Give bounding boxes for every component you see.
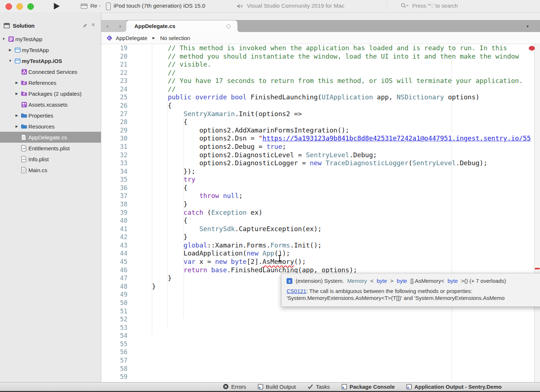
code-line-24[interactable]: //	[136, 85, 531, 94]
code-line-42[interactable]: }	[136, 233, 531, 241]
line-number[interactable]: 41	[101, 225, 127, 233]
disclosure-down-icon[interactable]: ▼	[1, 37, 7, 41]
line-number[interactable]: 44	[101, 249, 127, 258]
disclosure-right-icon[interactable]: ▶	[14, 124, 20, 128]
code-line-51[interactable]	[136, 307, 531, 316]
line-number[interactable]: 48	[101, 282, 127, 291]
line-number[interactable]: 52	[101, 315, 127, 324]
pin-pad-icon[interactable]	[82, 23, 87, 29]
tree-item-mytestapp[interactable]: ▶myTestApp	[0, 44, 101, 55]
code-line-34[interactable]: });	[136, 167, 531, 176]
line-number[interactable]: 36	[101, 184, 127, 192]
tab-modified-indicator[interactable]	[226, 24, 230, 28]
line-number[interactable]: 37	[101, 192, 127, 200]
tree-item-info-plist[interactable]: Info.plist	[0, 154, 101, 165]
code-line-19[interactable]: // This method is invoked when the appli…	[136, 44, 531, 52]
line-number[interactable]: 31	[101, 143, 127, 151]
line-number[interactable]: 34	[101, 167, 127, 176]
code-line-22[interactable]: //	[136, 69, 531, 77]
code-line-23[interactable]: // You have 17 seconds to return from th…	[136, 77, 531, 85]
code-content[interactable]: // This method is invoked when the appli…	[136, 44, 531, 381]
disclosure-right-icon[interactable]: ▶	[14, 81, 20, 84]
code-line-25[interactable]: public override bool FinishedLaunching(U…	[136, 93, 531, 102]
line-number[interactable]: 45	[101, 258, 127, 266]
code-line-30[interactable]: options2.Dsn = "https://5a193123a9b841bc…	[136, 134, 531, 143]
code-line-20[interactable]: // method you should instantiate the win…	[136, 52, 531, 61]
line-number[interactable]: 43	[101, 241, 127, 250]
line-number[interactable]: 28	[101, 118, 127, 126]
search-field[interactable]: Press '^,' to search	[401, 3, 458, 9]
code-line-35[interactable]: try	[136, 175, 531, 184]
line-number[interactable]: 35	[101, 175, 127, 184]
line-number[interactable]: 19	[101, 44, 127, 52]
code-line-27[interactable]: SentryXamarin.Init(options2 =>	[136, 110, 531, 118]
statusbar-package-console[interactable]: Package Console	[342, 384, 395, 390]
code-line-26[interactable]: {	[136, 102, 531, 110]
code-line-41[interactable]: SentrySdk.CaptureException(ex);	[136, 225, 531, 233]
vertical-scrollbar[interactable]	[534, 44, 540, 382]
tree-item-connected-services[interactable]: Connected Services	[0, 66, 101, 77]
code-line-55[interactable]	[136, 340, 531, 348]
line-number[interactable]: 25	[101, 93, 127, 102]
line-number[interactable]: 58	[101, 365, 127, 373]
tree-item-references[interactable]: ▶References	[0, 77, 101, 88]
line-number[interactable]: 53	[101, 324, 127, 332]
line-number[interactable]: 46	[101, 266, 127, 274]
line-number[interactable]: 33	[101, 159, 127, 167]
code-line-38[interactable]: }	[136, 200, 531, 209]
run-button[interactable]	[54, 3, 60, 9]
disclosure-down-icon[interactable]: ▼	[7, 59, 13, 63]
statusbar-errors[interactable]: Errors	[223, 384, 246, 390]
line-number[interactable]: 27	[101, 110, 127, 118]
tree-item-appdelegate-cs[interactable]: {}AppDelegate.cs	[0, 132, 101, 143]
code-line-28[interactable]: {	[136, 118, 531, 126]
code-line-43[interactable]: global::Xamarin.Forms.Forms.Init();	[136, 241, 531, 250]
line-number[interactable]: 38	[101, 200, 127, 209]
line-number[interactable]: 42	[101, 233, 127, 241]
code-line-58[interactable]	[136, 365, 531, 373]
tree-item-mytestapp-ios[interactable]: ▼myTestApp.iOS	[0, 55, 101, 66]
error-code-link[interactable]: CS0121	[287, 288, 306, 294]
code-line-33[interactable]: options2.DiagnosticLogger = new TraceDia…	[136, 159, 531, 167]
code-line-52[interactable]	[136, 315, 531, 324]
code-line-36[interactable]: {	[136, 184, 531, 192]
code-line-31[interactable]: options2.Debug = true;	[136, 143, 531, 151]
line-number[interactable]: 59	[101, 373, 127, 381]
close-window-button[interactable]	[5, 3, 12, 10]
line-number[interactable]: 26	[101, 102, 127, 110]
line-number[interactable]: 51	[101, 307, 127, 316]
code-line-39[interactable]: catch (Exception ex)	[136, 209, 531, 217]
navigate-back-icon[interactable]: ‹	[106, 23, 109, 30]
notifications-muted-icon[interactable]	[237, 3, 244, 11]
code-line-57[interactable]	[136, 356, 531, 365]
line-number[interactable]: 29	[101, 126, 127, 135]
breadcrumb-class[interactable]: AppDelegate	[116, 35, 147, 41]
tree-item-resources[interactable]: ▶Resources	[0, 121, 101, 132]
disclosure-right-icon[interactable]: ▶	[7, 48, 13, 52]
line-number[interactable]: 54	[101, 332, 127, 340]
code-line-29[interactable]: options2.AddXamarinFormsIntegration();	[136, 126, 531, 135]
zoom-window-button[interactable]	[27, 3, 34, 10]
line-number[interactable]: 49	[101, 290, 127, 299]
tree-item-assets-xcassets[interactable]: Assets.xcassets	[0, 99, 101, 110]
configuration-selector[interactable]: Re	[90, 3, 97, 9]
line-number[interactable]: 30	[101, 134, 127, 143]
disclosure-right-icon[interactable]: ▶	[14, 92, 20, 95]
code-line-54[interactable]	[136, 332, 531, 340]
statusbar-tasks[interactable]: Tasks	[307, 384, 330, 390]
code-line-56[interactable]	[136, 348, 531, 356]
line-number[interactable]: 40	[101, 217, 127, 225]
device-selector[interactable]: iPod touch (7th generation) iOS 15.0	[114, 3, 205, 9]
tree-item-properties[interactable]: ▶Properties	[0, 110, 101, 121]
tree-item-packages-2-updates-[interactable]: ▶Packages (2 updates)	[0, 88, 101, 99]
code-line-45[interactable]: var x = new byte[2].AsMemory();	[136, 258, 531, 266]
code-line-21[interactable]: // visible.	[136, 60, 531, 69]
line-number[interactable]: 23	[101, 77, 127, 85]
breadcrumb-selection[interactable]: No selection	[160, 35, 190, 41]
tree-item-entitlements-plist[interactable]: Entitlements.plist	[0, 143, 101, 154]
code-line-40[interactable]: {	[136, 217, 531, 225]
tab-list-dropdown-icon[interactable]: ▼	[526, 24, 529, 28]
tree-item-mytestapp[interactable]: ▼myTestApp	[0, 33, 101, 44]
line-number[interactable]: 20	[101, 52, 127, 61]
line-number[interactable]: 56	[101, 348, 127, 356]
